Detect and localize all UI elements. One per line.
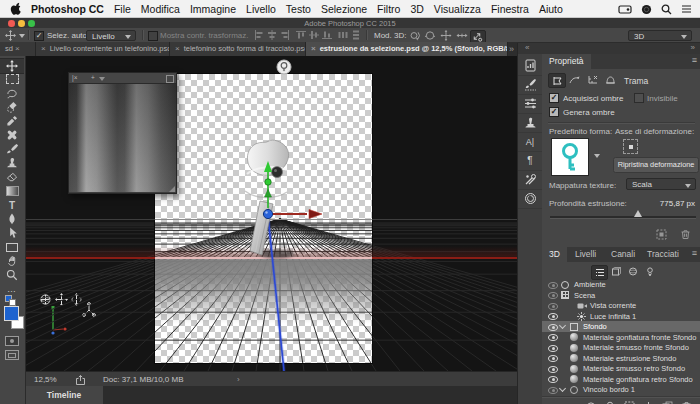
deform-axis-selector[interactable] — [623, 139, 638, 154]
menu-testo[interactable]: Testo — [286, 3, 311, 15]
visibility-eye-icon[interactable] — [548, 387, 558, 394]
document-tab-active[interactable]: ×estrusione da selezione.psd @ 12,5% (Sf… — [306, 42, 508, 56]
path-selection-tool[interactable] — [0, 226, 24, 240]
document-size-info[interactable]: Doc: 37,1 MB/10,0 MB — [103, 375, 183, 384]
workspace-switcher-dropdown[interactable]: 3D — [628, 30, 692, 41]
distribute-h-icon[interactable] — [338, 30, 348, 40]
status-dot-icon[interactable] — [641, 4, 652, 15]
healing-brush-tool[interactable] — [0, 128, 24, 142]
menu-filtro[interactable]: Filtro — [377, 3, 400, 15]
3d-slide-icon[interactable] — [456, 30, 468, 41]
visibility-eye-icon[interactable] — [548, 355, 558, 362]
visibility-eye-icon[interactable] — [548, 282, 558, 289]
share-export-icon[interactable] — [75, 375, 86, 385]
visibility-eye-icon[interactable] — [548, 303, 558, 310]
filter-lights-icon[interactable] — [642, 265, 657, 278]
align-left-icon[interactable] — [254, 30, 264, 40]
xyz-center-handle[interactable] — [263, 209, 272, 218]
quick-selection-tool[interactable] — [0, 100, 24, 114]
threed-item-vincolo-bordo[interactable]: Vincolo bordo 1 — [542, 384, 700, 395]
3d-roll-icon[interactable] — [424, 30, 436, 41]
filter-meshes-icon[interactable] — [608, 265, 623, 278]
document-tab[interactable]: ×Livello contentente un telefonino.psd — [36, 42, 170, 56]
align-bottom-icon[interactable] — [322, 30, 332, 40]
tab-livelli[interactable]: Livelli — [568, 247, 603, 262]
close-tab-icon[interactable]: × — [311, 44, 316, 53]
type-tool[interactable]: T — [0, 198, 24, 212]
clone-source-panel-icon[interactable] — [518, 113, 542, 133]
3d-pan-icon[interactable] — [440, 30, 452, 41]
deform-section-icon[interactable] — [566, 73, 582, 86]
tab-overflow-icon[interactable]: » — [509, 42, 514, 56]
threed-item-material[interactable]: Materiale gonfiatura fronte Sfondo — [542, 332, 700, 343]
mesh-section-icon[interactable] — [548, 73, 566, 88]
canvas-area[interactable]: |× + — [25, 56, 517, 371]
spotlight-search-icon[interactable] — [661, 4, 672, 15]
visibility-eye-icon[interactable] — [548, 366, 558, 373]
threed-item-scena[interactable]: Scena — [542, 290, 700, 301]
3d-key-object[interactable] — [25, 56, 517, 371]
catch-shadows-checkbox[interactable]: ✓ — [549, 93, 559, 103]
expand-chevron-icon[interactable] — [559, 322, 566, 329]
menu-3d[interactable]: 3D — [410, 3, 423, 15]
distribute-v-icon[interactable] — [351, 30, 361, 40]
lasso-tool[interactable] — [0, 86, 24, 100]
eraser-tool[interactable] — [0, 170, 24, 184]
x-axis-arrow-icon[interactable] — [309, 210, 322, 219]
extrusion-depth-slider[interactable] — [550, 216, 696, 219]
auto-select-dropdown[interactable]: Livello — [86, 30, 136, 41]
menu-file[interactable]: File — [114, 3, 131, 15]
z-axis-line[interactable] — [268, 216, 284, 371]
timeline-tab[interactable]: Timeline — [25, 386, 103, 404]
brush-settings-panel-icon[interactable] — [518, 94, 542, 114]
y-axis-scale-handle[interactable] — [265, 190, 272, 198]
visibility-eye-icon[interactable] — [548, 313, 558, 320]
threed-item-sfondo-selected[interactable]: Sfondo — [542, 321, 700, 332]
close-tab-icon[interactable]: × — [41, 44, 46, 53]
tool-presets-panel-icon[interactable] — [518, 170, 542, 190]
threed-item-material[interactable]: Materiale smusso retro Sfondo — [542, 363, 700, 374]
status-chevron-icon[interactable]: › — [237, 375, 240, 384]
show-transform-checkbox[interactable] — [148, 31, 158, 41]
threed-item-material[interactable]: Materiale estrusione Sfondo — [542, 353, 700, 364]
menu-visualizza[interactable]: Visualizza — [434, 3, 481, 15]
invisible-checkbox[interactable] — [634, 93, 644, 103]
document-tab[interactable]: ×telefonino sotto forma di tracciato.psd — [170, 42, 306, 56]
visibility-eye-icon[interactable] — [548, 324, 558, 331]
menu-modifica[interactable]: Modifica — [141, 3, 180, 15]
libraries-panel-icon[interactable] — [518, 189, 542, 209]
tab-proprieta[interactable]: Proprietà — [542, 54, 591, 69]
threed-item-material[interactable]: Materiale gonfiatura retro Sfondo — [542, 374, 700, 385]
eyedropper-tool[interactable] — [0, 114, 24, 128]
tab-canali[interactable]: Canali — [604, 247, 642, 262]
shape-preset-thumbnail[interactable] — [551, 138, 589, 176]
slider-thumb[interactable] — [634, 210, 642, 217]
clone-stamp-tool[interactable] — [0, 156, 24, 170]
cast-shadows-checkbox[interactable]: ✓ — [549, 107, 559, 117]
document-tab[interactable]: sd × — [0, 42, 36, 56]
shape-preset-chevron-icon[interactable] — [594, 154, 600, 158]
pen-tool[interactable] — [0, 212, 24, 226]
visibility-eye-icon[interactable] — [548, 334, 558, 341]
menu-selezione[interactable]: Selezione — [321, 3, 367, 15]
save-preset-icon[interactable] — [656, 229, 667, 240]
tab-tracciati[interactable]: Tracciati — [640, 247, 686, 262]
filter-scene-icon[interactable] — [591, 265, 608, 280]
zoom-level-field[interactable]: 12,5% — [34, 375, 57, 384]
texture-mapping-dropdown[interactable]: Scala — [626, 178, 696, 190]
menu-app-name[interactable]: Photoshop CC — [31, 3, 104, 15]
menu-immagine[interactable]: Immagine — [190, 3, 236, 15]
filter-materials-icon[interactable] — [625, 265, 640, 278]
edit-toolbar-button[interactable]: … — [0, 282, 24, 296]
visibility-eye-icon[interactable] — [548, 292, 558, 299]
delete-icon[interactable] — [680, 229, 691, 240]
collapse-dock-icon[interactable]: « — [525, 42, 529, 54]
align-center-h-icon[interactable] — [267, 30, 277, 40]
gradient-tool[interactable] — [0, 184, 24, 198]
cap-section-icon[interactable] — [602, 73, 618, 86]
y-axis-handle[interactable] — [265, 179, 271, 185]
info-panel-icon[interactable] — [518, 56, 542, 76]
shape-tool[interactable] — [0, 240, 24, 254]
threed-item-luce-infinita[interactable]: Luce infinita 1 — [542, 311, 700, 322]
quick-mask-button[interactable] — [0, 334, 24, 348]
